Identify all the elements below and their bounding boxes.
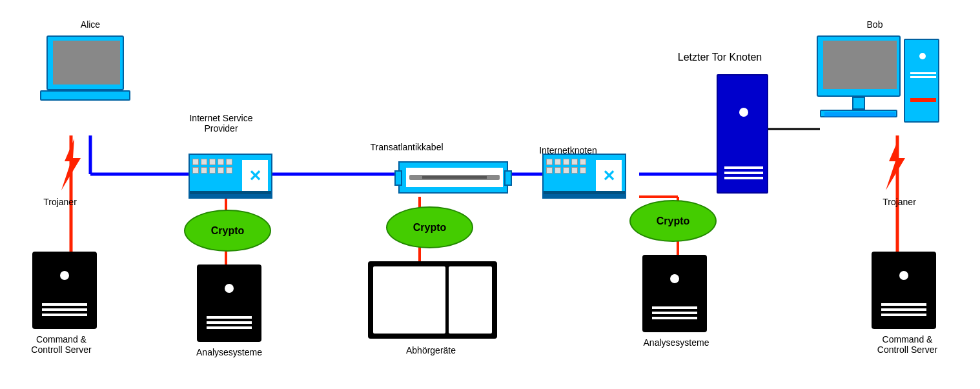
analyse-right-label: Analysesysteme [620, 337, 733, 348]
trojaner-right-lightning [879, 139, 912, 193]
cmd-server-left [32, 252, 97, 329]
crypto-bubble-3: Crypto [629, 200, 717, 242]
trojaner-right-label: Trojaner [870, 197, 928, 207]
analyse-left-server [197, 264, 261, 342]
svg-marker-15 [886, 139, 905, 190]
crypto-bubble-1: Crypto [184, 210, 271, 252]
crypto-bubble-2: Crypto [386, 206, 473, 248]
alice-label: Alice [52, 19, 129, 30]
abhoer-devices [368, 261, 497, 339]
diagram: Alice Trojaner Command &Controll Server [0, 0, 980, 389]
abhoer-label: Abhörgeräte [371, 345, 491, 355]
trojaner-left-label: Trojaner [31, 197, 89, 207]
bob-label: Bob [836, 19, 914, 30]
letzter-tor-label: Letzter Tor Knoten [646, 52, 794, 63]
transatlantik-label: Transatlantikkabel [342, 142, 471, 152]
analyse-right-server [642, 255, 707, 332]
cmd-right-label: Command &Controll Server [851, 334, 964, 355]
trojaner-left-lightning [55, 139, 87, 193]
cmd-left-label: Command &Controll Server [13, 334, 110, 355]
transatlantik-device [398, 161, 508, 194]
analyse-left-label: Analysesysteme [181, 347, 278, 357]
svg-marker-14 [61, 139, 81, 190]
isp-device: ✕ [189, 154, 272, 199]
cmd-server-right [872, 252, 936, 329]
isp-label: Internet ServiceProvider [165, 113, 278, 134]
internetknoten-device: ✕ [542, 154, 626, 199]
letzter-tor-tower [717, 74, 768, 194]
